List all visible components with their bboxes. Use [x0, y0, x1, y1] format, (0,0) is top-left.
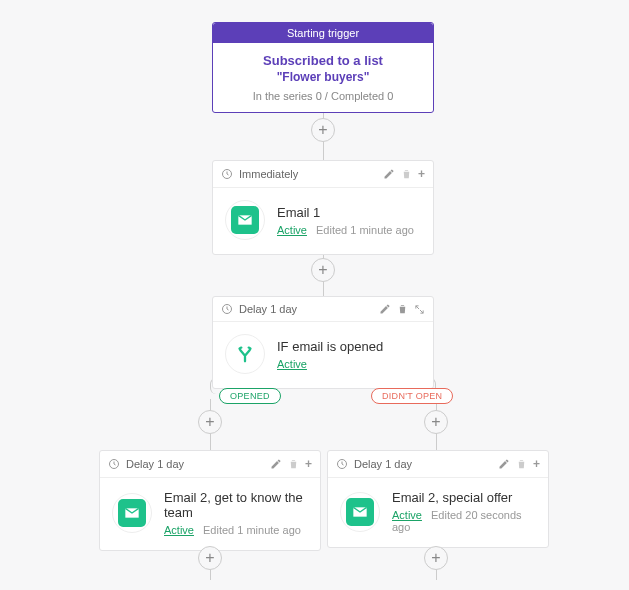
status-badge[interactable]: Active: [392, 509, 422, 521]
delete-button[interactable]: [397, 303, 408, 315]
clock-icon: [108, 458, 120, 470]
trigger-card: Starting trigger Subscribed to a list "F…: [212, 22, 434, 113]
plus-icon: +: [205, 414, 214, 430]
add-step-button[interactable]: +: [424, 410, 448, 434]
add-button[interactable]: +: [418, 167, 425, 181]
edit-button[interactable]: [379, 303, 391, 315]
step-timing: Immediately: [239, 168, 377, 180]
add-button[interactable]: +: [305, 457, 312, 471]
add-step-button[interactable]: +: [198, 546, 222, 570]
expand-button[interactable]: [414, 304, 425, 315]
trigger-subtitle: "Flower buyers": [221, 70, 425, 84]
plus-icon: +: [431, 550, 440, 566]
plus-icon: +: [318, 262, 327, 278]
add-step-button[interactable]: +: [198, 410, 222, 434]
step-condition[interactable]: Delay 1 day IF email is opened Active: [212, 296, 434, 389]
clock-icon: [221, 168, 233, 180]
delete-button[interactable]: [516, 458, 527, 470]
edit-button[interactable]: [498, 458, 510, 470]
edited-label: Edited 1 minute ago: [316, 224, 414, 236]
status-badge[interactable]: Active: [164, 524, 194, 536]
plus-icon: +: [205, 550, 214, 566]
step-email-right[interactable]: Delay 1 day + Email 2, special offer Act…: [327, 450, 549, 548]
step-timing: Delay 1 day: [239, 303, 373, 315]
email-icon: [112, 493, 152, 533]
delete-button[interactable]: [401, 168, 412, 180]
edit-button[interactable]: [270, 458, 282, 470]
edited-label: Edited 1 minute ago: [203, 524, 301, 536]
add-step-button[interactable]: +: [424, 546, 448, 570]
status-badge[interactable]: Active: [277, 224, 307, 236]
add-button[interactable]: +: [533, 457, 540, 471]
clock-icon: [336, 458, 348, 470]
trigger-title: Subscribed to a list: [221, 53, 425, 68]
edit-button[interactable]: [383, 168, 395, 180]
split-icon: [225, 334, 265, 374]
step-title: Email 1: [277, 205, 414, 220]
step-title: IF email is opened: [277, 339, 383, 354]
email-icon: [225, 200, 265, 240]
step-email-1[interactable]: Immediately + Email 1 Active Edited 1 mi…: [212, 160, 434, 255]
plus-icon: +: [431, 414, 440, 430]
trigger-stats: In the series 0 / Completed 0: [221, 90, 425, 102]
status-badge[interactable]: Active: [277, 358, 307, 370]
trigger-header: Starting trigger: [213, 23, 433, 43]
step-title: Email 2, special offer: [392, 490, 536, 505]
add-step-button[interactable]: +: [311, 258, 335, 282]
step-timing: Delay 1 day: [354, 458, 492, 470]
branch-label-yes: OPENED: [219, 388, 281, 404]
delete-button[interactable]: [288, 458, 299, 470]
step-title: Email 2, get to know the team: [164, 490, 308, 520]
email-icon: [340, 492, 380, 532]
step-email-left[interactable]: Delay 1 day + Email 2, get to know the t…: [99, 450, 321, 551]
step-timing: Delay 1 day: [126, 458, 264, 470]
add-step-button[interactable]: +: [311, 118, 335, 142]
branch-label-no: DIDN'T OPEN: [371, 388, 453, 404]
clock-icon: [221, 303, 233, 315]
plus-icon: +: [318, 122, 327, 138]
